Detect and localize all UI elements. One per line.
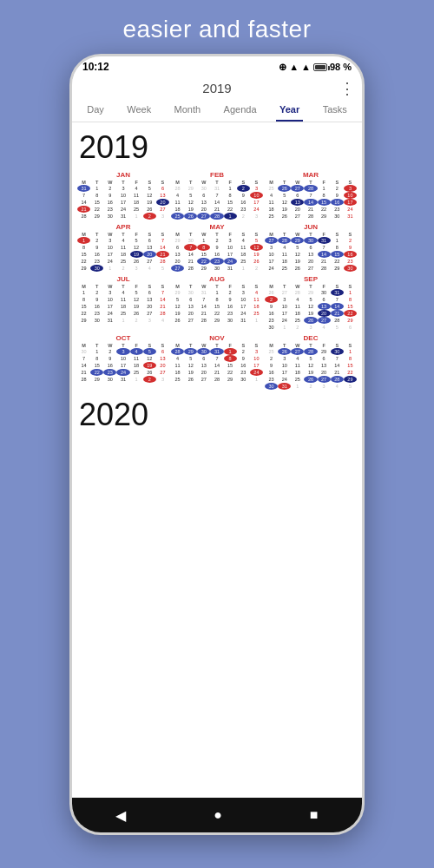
wifi-icon: ▲ (289, 62, 299, 72)
status-bar: 10:12 ⊕ ▲ ▲ 98 % (72, 56, 362, 76)
top-header-text: easier and faster (122, 0, 311, 54)
app-year-title: 2019 (202, 81, 231, 95)
month-nov: NOV MTWTFSS 28293031 12 3 456789 10 1112… (171, 334, 263, 390)
month-aug: AUG MTWTFSS 293031 123 4 5678910 11 1213… (171, 275, 263, 331)
month-may: MAY MTWTFSS 2930 1234 5 67891011 12 1314… (171, 223, 263, 272)
tab-tasks[interactable]: Tasks (319, 101, 351, 122)
month-mar: MAR MTWTFSS 25262728 12 3 456789 10 1112… (265, 171, 357, 220)
month-jun: JUN MTWTFSS 27282930 31 1 2 345678 9 101… (265, 223, 357, 272)
recents-button[interactable]: ■ (310, 807, 319, 823)
bottom-nav: ◀ ● ■ (72, 798, 362, 832)
month-apr: APR MTWTFSS 123456 7 8910111213 14 15161… (77, 223, 169, 272)
tab-week[interactable]: Week (123, 101, 155, 122)
back-button[interactable]: ◀ (115, 807, 126, 824)
nav-tabs: Day Week Month Agenda Year Tasks (72, 97, 362, 122)
home-button[interactable]: ● (214, 807, 222, 823)
menu-icon[interactable]: ⋮ (339, 79, 355, 98)
location-icon: ⊕ (279, 62, 286, 73)
tab-agenda[interactable]: Agenda (220, 101, 260, 122)
year-heading: 2019 (77, 129, 357, 166)
status-icons: ⊕ ▲ ▲ 98 % (279, 62, 352, 73)
tab-month[interactable]: Month (171, 101, 205, 122)
app-title-row: 2019 ⋮ (72, 79, 362, 97)
tab-day[interactable]: Day (83, 101, 108, 122)
year-grid: JAN MTWTFSS 31 12345 6 789101112 13 1415… (77, 171, 357, 390)
month-jul: JUL MTWTFSS 123456 7 8910111213 14 15161… (77, 275, 169, 331)
month-sep: SEP MTWTFSS 26272829 30 31 1 234567 8 91… (265, 275, 357, 331)
month-feb: FEB MTWTFSS 28293031 12 3 456789 10 1112… (171, 171, 263, 220)
status-time: 10:12 (82, 61, 109, 73)
tab-year[interactable]: Year (276, 101, 303, 122)
month-oct: OCT MTWTFSS 30 12345 6 789101112 13 1415… (77, 334, 169, 390)
signal-icon: ▲ (301, 62, 311, 72)
app-header: 2019 ⋮ Day Week Month Agenda Year Tasks (72, 76, 362, 122)
main-scroll[interactable]: 2019 JAN MTWTFSS 31 12345 6 789101112 13… (72, 122, 362, 798)
battery-pct: 98 % (330, 62, 352, 72)
next-year-heading: 2020 (77, 390, 357, 437)
phone-outer: 10:12 ⊕ ▲ ▲ 98 % 2019 ⋮ Day Week Month A… (69, 54, 365, 835)
month-jan: JAN MTWTFSS 31 12345 6 789101112 13 1415… (77, 171, 169, 220)
month-dec: DEC MTWTFSS 25262728 29 30 1 234567 8 91… (265, 334, 357, 390)
battery-icon (313, 63, 327, 71)
